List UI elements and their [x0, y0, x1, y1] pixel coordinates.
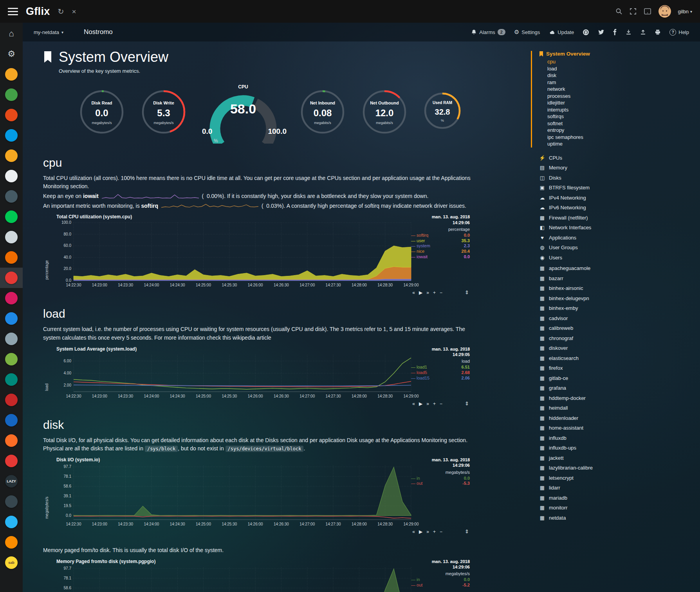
nav-section-firewall-netfilter-[interactable]: ▩Firewall (netfilter)	[539, 213, 696, 223]
chart-canvas[interactable]: 14:22:3014:23:0014:23:3014:24:0014:24:30…	[56, 463, 470, 528]
sidebar-app-white-round-icon[interactable]	[0, 166, 23, 186]
sidebar-home-icon[interactable]: ⌂	[0, 23, 23, 44]
device-icon[interactable]	[644, 8, 651, 15]
sidebar-app-bolt-green-icon[interactable]	[0, 207, 23, 227]
nav-item-ram[interactable]: ram	[547, 79, 696, 86]
nav-section-network-interfaces[interactable]: ◧Network Interfaces	[539, 223, 696, 233]
gauge-net-inbound[interactable]: Net Inbound 0.08 megabits/s	[297, 85, 348, 144]
pan-forward-icon[interactable]: »	[426, 401, 429, 407]
nav-item-network[interactable]: network	[547, 86, 696, 93]
legend-entry-load5[interactable]: — load52.68	[411, 370, 470, 376]
legend-entry-out[interactable]: — out-5.3	[411, 481, 470, 486]
nav-section-system-overview[interactable]: System Overview	[539, 51, 696, 57]
sidebar-app-green-diamond-icon[interactable]	[0, 85, 23, 105]
nav-app-calibreweb[interactable]: ▦calibreweb	[539, 323, 696, 333]
nav-app-influxdb[interactable]: ▦influxdb	[539, 433, 696, 443]
refresh-icon[interactable]: ↻	[58, 8, 64, 15]
nav-section-cpus[interactable]: ⚡CPUs	[539, 153, 696, 163]
gauge-cpu[interactable]: CPU 58.0 0.0 100.0 %	[200, 84, 287, 145]
nav-section-disks[interactable]: ◫Disks	[539, 173, 696, 183]
sidebar-app-drop-blue-icon[interactable]	[0, 512, 23, 532]
sidebar-app-gear-orange-icon[interactable]	[0, 247, 23, 268]
play-icon[interactable]: ▶	[419, 401, 422, 407]
nav-section-applications[interactable]: ♥Applications	[539, 233, 696, 243]
nav-app-letsencrypt[interactable]: ▦letsencrypt	[539, 473, 696, 483]
sidebar-app-circle-dark-icon[interactable]	[0, 491, 23, 512]
nav-app-hiddenloader[interactable]: ▦hiddenloader	[539, 413, 696, 423]
settings-button[interactable]: ⚙ Settings	[514, 29, 540, 36]
nav-item-processes[interactable]: processes	[547, 93, 696, 100]
user-menu[interactable]: gilbn ▾	[678, 9, 693, 14]
chart-system-pgpgio[interactable]: Memory Paged from/to disk (system.pgpgio…	[43, 559, 470, 592]
pan-forward-icon[interactable]: »	[426, 290, 429, 295]
nav-app-diskover[interactable]: ▦diskover	[539, 343, 696, 353]
menu-icon[interactable]	[8, 8, 18, 15]
legend-entry-iowait[interactable]: — iowait0.0	[411, 254, 470, 260]
zoom-out-icon[interactable]: −	[440, 290, 442, 295]
nav-app-bazarr[interactable]: ▦bazarr	[539, 274, 696, 284]
nav-app-lidarr[interactable]: ▦lidarr	[539, 483, 696, 493]
nav-app-lazylibrarian-calibre[interactable]: ▦lazylibrarian-calibre	[539, 463, 696, 473]
nav-app-home-assistant[interactable]: ▦home-assistant	[539, 423, 696, 433]
legend-entry-system[interactable]: — system2.3	[411, 243, 470, 249]
print-icon[interactable]	[655, 29, 661, 35]
nav-app-gitlab-ce[interactable]: ▦gitlab-ce	[539, 373, 696, 383]
chart-canvas[interactable]: 14:22:3014:23:0014:23:3014:24:0014:24:30…	[56, 565, 470, 592]
zoom-in-icon[interactable]: +	[433, 290, 436, 295]
zoom-in-icon[interactable]: +	[433, 529, 436, 534]
nav-item-uptime[interactable]: uptime	[547, 140, 696, 148]
sidebar-app-lazy-icon[interactable]: LAZY	[0, 471, 23, 491]
sidebar-app-soundwave-icon[interactable]	[0, 125, 23, 146]
nav-app-netdata[interactable]: ▦netdata	[539, 513, 696, 523]
sidebar-app-sab-icon[interactable]: sab	[0, 552, 23, 573]
softirq-sparkline[interactable]	[161, 203, 259, 209]
avatar[interactable]	[659, 5, 671, 18]
nav-app-chronograf[interactable]: ▦chronograf	[539, 333, 696, 344]
pan-backward-icon[interactable]: «	[412, 529, 415, 534]
legend-entry-softirq[interactable]: — softirq0.0	[411, 233, 470, 238]
sidebar-app-equalizer-icon[interactable]	[0, 390, 23, 410]
nav-app-binhex-airsonic[interactable]: ▦binhex-airsonic	[539, 283, 696, 293]
legend-entry-load15[interactable]: — load152.06	[411, 376, 470, 381]
nav-app-influxdb-ups[interactable]: ▦influxdb-ups	[539, 443, 696, 453]
nav-app-binhex-delugevpn[interactable]: ▦binhex-delugevpn	[539, 293, 696, 304]
chart-system-load[interactable]: System Load Average (system.load) load m…	[43, 346, 470, 407]
nav-section-users[interactable]: ◉Users	[539, 253, 696, 263]
nav-item-load[interactable]: load	[547, 65, 696, 72]
sidebar-app-teal-circle-icon[interactable]	[0, 369, 23, 390]
upload-icon[interactable]	[640, 29, 646, 35]
pan-backward-icon[interactable]: «	[412, 401, 415, 407]
help-button[interactable]: ? Help	[669, 29, 689, 36]
sidebar-app-nextcloud-icon[interactable]	[0, 308, 23, 329]
legend-entry-nice[interactable]: — nice20.4	[411, 249, 470, 254]
sidebar-app-arrow-red-icon[interactable]	[0, 451, 23, 471]
nav-app-jackett[interactable]: ▦jackett	[539, 453, 696, 463]
sidebar-app-dots-red-icon[interactable]	[0, 288, 23, 308]
nav-section-btrfs-filesystem[interactable]: ▣BTRFS filesystem	[539, 183, 696, 193]
chart-canvas[interactable]: 14:22:3014:23:0014:23:3014:24:0014:24:30…	[56, 220, 470, 289]
legend-entry-in[interactable]: — in0.0	[411, 476, 470, 481]
sidebar-app-stack-icon[interactable]	[0, 105, 23, 125]
gauge-net-outbound[interactable]: Net Outbound 12.0 megabits/s	[359, 85, 410, 144]
nav-app-firefox[interactable]: ▦firefox	[539, 363, 696, 373]
chart-canvas[interactable]: 14:22:3014:23:0014:23:3014:24:0014:24:30…	[56, 353, 470, 400]
sidebar-app-u-green-icon[interactable]	[0, 349, 23, 369]
sidebar-app-u-gray-icon[interactable]	[0, 329, 23, 349]
nav-section-user-groups[interactable]: ◍User Groups	[539, 243, 696, 253]
resize-handle-icon[interactable]: ⇕	[465, 529, 469, 534]
nav-app-cadvisor[interactable]: ▦cadvisor	[539, 313, 696, 324]
legend-entry-out[interactable]: — out-5.2	[411, 583, 470, 588]
nav-section-memory[interactable]: ▤Memory	[539, 163, 696, 173]
zoom-in-icon[interactable]: +	[433, 401, 436, 407]
nav-item-cpu[interactable]: cpu	[547, 58, 696, 65]
gauge-used-ram[interactable]: Used RAM 32.8 %	[420, 87, 464, 142]
nav-section-ipv6-networking[interactable]: ☁IPv6 Networking	[539, 203, 696, 213]
sidebar-app-orange2-icon[interactable]	[0, 532, 23, 552]
nav-item-softnet[interactable]: softnet	[547, 120, 696, 127]
legend-entry-user[interactable]: — user35.3	[411, 238, 470, 244]
iowait-sparkline[interactable]	[101, 194, 199, 199]
nav-item-entropy[interactable]: entropy	[547, 127, 696, 134]
sidebar-app-shield-red-icon[interactable]	[0, 268, 23, 288]
resize-handle-icon[interactable]: ⇕	[465, 290, 469, 295]
search-icon[interactable]	[615, 8, 622, 15]
